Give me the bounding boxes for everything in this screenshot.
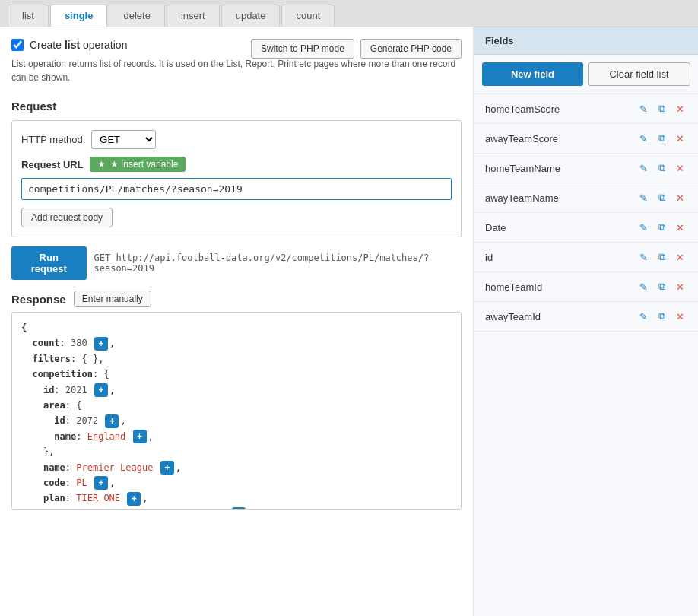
enter-manually-button[interactable]: Enter manually xyxy=(74,291,151,307)
http-method-select[interactable]: GET POST PUT DELETE PATCH xyxy=(91,130,156,149)
response-box: { count: 380 +, filters: { }, competitio… xyxy=(11,312,462,510)
delete-field-icon[interactable]: ✕ xyxy=(672,249,687,265)
edit-field-icon[interactable]: ✎ xyxy=(636,131,651,146)
copy-field-icon[interactable]: ⧉ xyxy=(654,131,669,146)
field-name: homeTeamScore xyxy=(485,103,636,115)
left-panel: Create list operation List operation ret… xyxy=(0,27,474,616)
field-name: awayTeamScore xyxy=(485,133,636,144)
edit-field-icon[interactable]: ✎ xyxy=(636,160,651,176)
insert-variable-label: ★ Insert variable xyxy=(110,159,179,170)
content-area: Create list operation List operation ret… xyxy=(0,27,698,616)
tab-delete[interactable]: delete xyxy=(109,5,164,27)
copy-field-icon[interactable]: ⧉ xyxy=(654,279,669,294)
delete-field-icon[interactable]: ✕ xyxy=(672,101,687,116)
field-actions: ✎ ⧉ ✕ xyxy=(636,190,687,205)
copy-field-icon[interactable]: ⧉ xyxy=(654,309,669,324)
copy-field-icon[interactable]: ⧉ xyxy=(654,101,669,116)
field-name: Date xyxy=(485,222,636,233)
edit-field-icon[interactable]: ✎ xyxy=(636,101,651,116)
field-item: awayTeamName ✎ ⧉ ✕ xyxy=(474,183,698,213)
tab-list[interactable]: list xyxy=(8,5,49,27)
generate-php-button[interactable]: Generate PHP code xyxy=(360,39,462,59)
tab-update[interactable]: update xyxy=(221,5,281,27)
edit-field-icon[interactable]: ✎ xyxy=(636,309,651,324)
field-actions: ✎ ⧉ ✕ xyxy=(636,131,687,146)
add-code-button[interactable]: + xyxy=(94,476,108,490)
copy-field-icon[interactable]: ⧉ xyxy=(654,190,669,205)
response-header: Response Enter manually xyxy=(11,291,462,307)
delete-field-icon[interactable]: ✕ xyxy=(672,279,687,294)
response-content: { count: 380 +, filters: { }, competitio… xyxy=(21,320,452,510)
add-competition-id-button[interactable]: + xyxy=(94,383,108,397)
edit-field-icon[interactable]: ✎ xyxy=(636,279,651,294)
field-actions: ✎ ⧉ ✕ xyxy=(636,279,687,294)
run-row: Run request GET http://api.football-data… xyxy=(11,246,462,280)
field-actions: ✎ ⧉ ✕ xyxy=(636,160,687,176)
field-actions: ✎ ⧉ ✕ xyxy=(636,101,687,116)
edit-field-icon[interactable]: ✎ xyxy=(636,220,651,235)
add-request-body-button[interactable]: Add request body xyxy=(21,208,113,227)
run-request-button[interactable]: Run request xyxy=(11,246,87,280)
tab-single[interactable]: single xyxy=(50,5,108,27)
field-item: homeTeamScore ✎ ⧉ ✕ xyxy=(474,94,698,124)
edit-field-icon[interactable]: ✎ xyxy=(636,249,651,265)
create-operation-checkbox[interactable] xyxy=(11,39,24,51)
tab-insert[interactable]: insert xyxy=(167,5,220,27)
operation-bold-text: list xyxy=(65,39,80,51)
field-name: homeTeamId xyxy=(485,281,636,293)
operation-label-text: Create xyxy=(30,39,65,51)
delete-field-icon[interactable]: ✕ xyxy=(672,309,687,324)
field-item: awayTeamScore ✎ ⧉ ✕ xyxy=(474,124,698,154)
insert-variable-button[interactable]: ★ ★ Insert variable xyxy=(90,157,186,172)
field-name: awayTeamName xyxy=(485,192,636,204)
request-url-label: Request URL xyxy=(21,159,84,170)
edit-field-icon[interactable]: ✎ xyxy=(636,190,651,205)
request-box: HTTP method: GET POST PUT DELETE PATCH R… xyxy=(11,120,462,237)
copy-field-icon[interactable]: ⧉ xyxy=(654,249,669,265)
field-item: id ✎ ⧉ ✕ xyxy=(474,243,698,272)
new-field-button[interactable]: New field xyxy=(482,62,583,86)
field-item: homeTeamName ✎ ⧉ ✕ xyxy=(474,154,698,183)
field-item: awayTeamId ✎ ⧉ ✕ xyxy=(474,302,698,332)
fields-actions: New field Clear field list xyxy=(474,55,698,94)
request-url-row: Request URL ★ ★ Insert variable xyxy=(21,157,452,172)
field-actions: ✎ ⧉ ✕ xyxy=(636,249,687,265)
left-panel-inner: Create list operation List operation ret… xyxy=(11,39,462,510)
fields-list: homeTeamScore ✎ ⧉ ✕ awayTeamScore ✎ ⧉ ✕ … xyxy=(474,94,698,332)
add-count-button[interactable]: + xyxy=(94,337,108,351)
delete-field-icon[interactable]: ✕ xyxy=(672,160,687,176)
operation-suffix-text: operation xyxy=(80,39,127,51)
delete-field-icon[interactable]: ✕ xyxy=(672,131,687,146)
http-method-row: HTTP method: GET POST PUT DELETE PATCH xyxy=(21,130,452,149)
url-input[interactable] xyxy=(21,178,452,200)
add-plan-button[interactable]: + xyxy=(127,492,141,506)
add-lastupdated-button[interactable]: + xyxy=(232,507,246,510)
field-name: homeTeamName xyxy=(485,163,636,174)
copy-field-icon[interactable]: ⧉ xyxy=(654,220,669,235)
field-name: id xyxy=(485,252,636,263)
field-name: awayTeamId xyxy=(485,311,636,322)
field-item: homeTeamId ✎ ⧉ ✕ xyxy=(474,272,698,302)
field-actions: ✎ ⧉ ✕ xyxy=(636,220,687,235)
delete-field-icon[interactable]: ✕ xyxy=(672,190,687,205)
tabs-bar: list single delete insert update count xyxy=(0,0,698,27)
right-panel: Fields New field Clear field list homeTe… xyxy=(474,27,698,616)
add-area-id-button[interactable]: + xyxy=(105,414,119,428)
tab-count[interactable]: count xyxy=(281,5,335,27)
request-section-title: Request xyxy=(11,100,462,113)
delete-field-icon[interactable]: ✕ xyxy=(672,220,687,235)
operation-label: Create list operation xyxy=(30,39,127,51)
top-right-buttons: Switch to PHP mode Generate PHP code xyxy=(251,39,462,59)
response-title: Response xyxy=(11,293,66,306)
clear-field-list-button[interactable]: Clear field list xyxy=(588,62,690,86)
fields-header: Fields xyxy=(474,27,698,55)
field-actions: ✎ ⧉ ✕ xyxy=(636,309,687,324)
star-icon: ★ xyxy=(97,159,106,170)
field-item: Date ✎ ⧉ ✕ xyxy=(474,213,698,243)
switch-php-button[interactable]: Switch to PHP mode xyxy=(251,39,354,59)
run-url-display: GET http://api.football-data.org/v2/comp… xyxy=(94,252,462,274)
http-method-label: HTTP method: xyxy=(21,134,85,145)
copy-field-icon[interactable]: ⧉ xyxy=(654,160,669,176)
add-comp-name-button[interactable]: + xyxy=(160,461,174,475)
add-area-name-button[interactable]: + xyxy=(133,430,147,443)
